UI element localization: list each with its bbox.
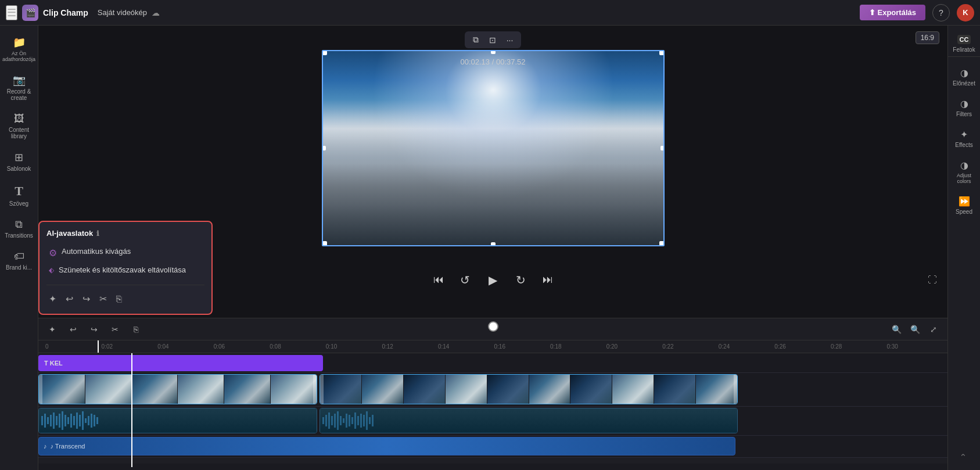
remove-silence-icon: ⬖	[49, 266, 54, 274]
ai-item-remove-silence[interactable]: ⬖ Szünetek és kitöltőszavak eltávolítása	[46, 262, 204, 278]
text-icon: T	[15, 184, 23, 199]
copy-button[interactable]: ⎘	[128, 321, 144, 338]
thumb	[487, 375, 529, 404]
resize-handle-bottom[interactable]	[491, 242, 496, 246]
clip-thumbnails	[39, 375, 317, 404]
video-clip-1[interactable]	[38, 374, 317, 404]
thumb	[404, 375, 445, 404]
ai-item-autocrop[interactable]: ⚙ Automatikus kivágás	[46, 243, 204, 262]
ruler-mark: 0	[44, 343, 100, 350]
zoom-out-button[interactable]: 🔍	[888, 321, 904, 338]
undo-button[interactable]: ↩	[65, 321, 81, 338]
hamburger-button[interactable]: ☰	[6, 5, 17, 20]
ruler-mark: 0:10	[325, 343, 381, 350]
sidebar-item-label: Content library	[4, 127, 34, 139]
sidebar-item-transitions[interactable]: ⧉ Transitions	[2, 214, 37, 243]
ai-item-remove-label: Szünetek és kitöltőszavak eltávolítása	[59, 266, 186, 274]
more-options-button[interactable]: ···	[503, 34, 517, 46]
ai-panel: AI-javaslatok ℹ ⚙ Automatikus kivágás ⬖ …	[38, 221, 213, 315]
resize-handle-bl[interactable]	[322, 241, 327, 246]
ruler-mark: 0:08	[268, 343, 325, 350]
clip-handle-right[interactable]	[734, 375, 737, 404]
thumb	[85, 375, 131, 404]
sidebar-item-record[interactable]: 📷 Record & create	[2, 69, 37, 106]
sidebar-item-content[interactable]: 🖼 Content library	[2, 108, 37, 144]
sidebar-item-label: Brand ki...	[6, 264, 32, 271]
colors-icon: ◑	[960, 160, 968, 171]
sidebar-item-text[interactable]: T Szöveg	[2, 179, 37, 211]
info-icon[interactable]: ℹ	[96, 229, 99, 238]
title-clip[interactable]: T KEL	[38, 355, 323, 371]
svg-rect-36	[369, 417, 371, 424]
ai-copy-button[interactable]: ⎘	[114, 291, 124, 307]
snap-button[interactable]: ✦	[44, 321, 60, 338]
crop-button[interactable]: ⧉	[469, 34, 482, 46]
forward-button[interactable]: ↻	[512, 271, 530, 289]
audio-clip[interactable]: ♪ ♪ Transcend	[38, 437, 735, 455]
sidebar-item-label: Record & create	[4, 88, 34, 101]
sidebar-item-brand[interactable]: 🏷 Brand ki...	[2, 246, 37, 275]
ai-snap-button[interactable]: ✦	[46, 291, 59, 307]
filters-icon: ◑	[960, 98, 968, 109]
ruler-mark: 0:24	[717, 343, 774, 350]
ruler-mark: 0:06	[213, 343, 269, 350]
resize-handle-top[interactable]	[491, 51, 496, 54]
resize-handle-tl[interactable]	[322, 51, 327, 55]
svg-rect-22	[328, 412, 330, 429]
thumb	[529, 375, 570, 404]
left-sidebar: 📁 Az Ön adathordozója 📷 Record & create …	[0, 26, 38, 470]
folder-icon: 📁	[13, 36, 26, 49]
sidebar-item-filters[interactable]: ◑ Filters	[949, 94, 979, 122]
svg-rect-14	[82, 411, 84, 430]
zoom-in-button[interactable]: 🔍	[907, 321, 923, 338]
sidebar-item-label: Speed	[956, 209, 972, 215]
topbar-right: ⬆ Exportálás ? K	[860, 4, 974, 21]
timeline-scrollbar[interactable]	[38, 458, 947, 464]
fullscreen-button[interactable]: ⛶	[923, 271, 942, 289]
pip-button[interactable]: ⊡	[486, 34, 500, 46]
help-button[interactable]: ?	[932, 4, 950, 21]
expand-timeline-button[interactable]: ⤢	[925, 321, 942, 338]
ruler-marks: 0 0:02 0:04 0:06 0:08 0:10 0:12 0:14 0:1…	[44, 343, 942, 350]
ruler-mark: 0:18	[549, 343, 605, 350]
svg-rect-17	[91, 414, 92, 428]
cut-button[interactable]: ✂	[107, 321, 123, 338]
resize-handle-br[interactable]	[659, 241, 664, 246]
play-button[interactable]: ▶	[483, 270, 504, 290]
waveform-clip-1[interactable]	[38, 408, 317, 433]
video-track	[38, 373, 947, 407]
sidebar-item-colors[interactable]: ◑ Adjust colors	[949, 155, 979, 189]
redo-button[interactable]: ↪	[86, 321, 102, 338]
clip-handle-right[interactable]	[313, 375, 317, 404]
ruler-mark: 0:02	[100, 343, 157, 350]
ai-redo-button[interactable]: ↪	[80, 291, 92, 307]
resize-handle-left[interactable]	[322, 146, 326, 150]
resize-handle-right[interactable]	[660, 146, 664, 150]
sidebar-item-data[interactable]: 📁 Az Ön adathordozója	[2, 31, 37, 67]
clip-handle-left[interactable]	[39, 375, 42, 404]
waveform-clip-2[interactable]	[320, 408, 738, 433]
sidebar-item-speed[interactable]: ⏩ Speed	[949, 191, 979, 220]
svg-rect-29	[349, 415, 350, 426]
user-avatar[interactable]: K	[957, 4, 974, 21]
ai-cut-button[interactable]: ✂	[97, 291, 109, 307]
sidebar-item-elonezet[interactable]: ◑ Előnézet	[949, 63, 979, 91]
cc-badge: CC	[957, 35, 971, 44]
rotate-handle[interactable]	[488, 321, 498, 332]
sidebar-item-templates[interactable]: ⊞ Sablonok	[2, 146, 37, 177]
resize-handle-tr[interactable]	[659, 51, 664, 55]
svg-rect-20	[322, 417, 324, 424]
svg-rect-11	[73, 416, 75, 425]
skip-back-button[interactable]: ⏮	[429, 271, 448, 289]
ai-panel-title: AI-javaslatok	[46, 229, 93, 238]
clip-handle-left[interactable]	[320, 375, 324, 404]
video-frame[interactable]	[322, 50, 665, 246]
sidebar-item-effects[interactable]: ✦ Effects	[949, 124, 979, 153]
ai-undo-button[interactable]: ↩	[63, 291, 76, 307]
collapse-sidebar-button[interactable]: ‹	[959, 454, 968, 457]
rewind-button[interactable]: ↺	[456, 271, 475, 289]
export-button[interactable]: ⬆ Exportálás	[860, 5, 925, 20]
svg-rect-21	[325, 415, 327, 426]
skip-forward-button[interactable]: ⏭	[539, 271, 557, 289]
video-clip-2[interactable]	[320, 374, 738, 404]
